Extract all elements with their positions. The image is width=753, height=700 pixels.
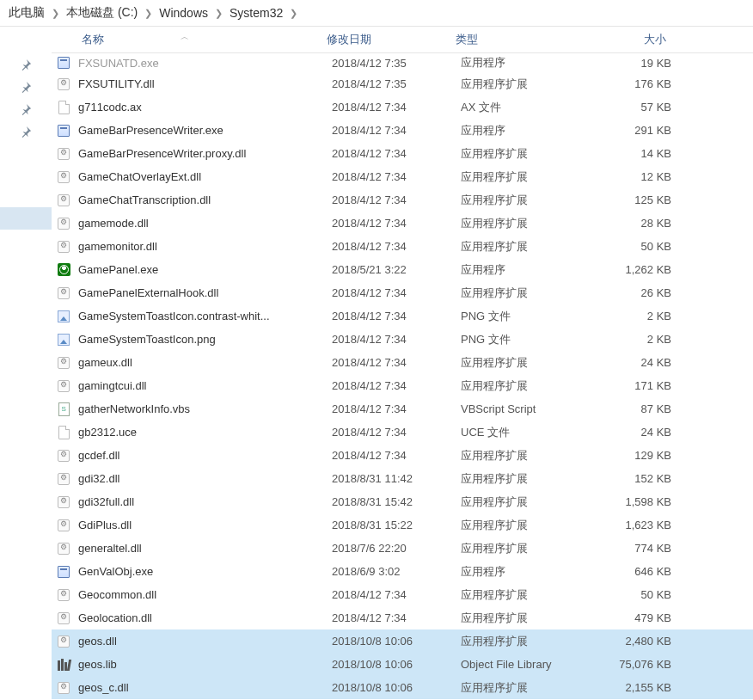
file-type: VBScript Script	[461, 402, 590, 415]
file-row[interactable]: geos.lib2018/10/8 10:06Object File Libra…	[52, 653, 753, 676]
file-row[interactable]: GameBarPresenceWriter.proxy.dll2018/4/12…	[52, 142, 753, 165]
file-row[interactable]: GameChatOverlayExt.dll2018/4/12 7:34应用程序…	[52, 165, 753, 188]
file-row[interactable]: generaltel.dll2018/7/6 22:20应用程序扩展774 KB	[52, 537, 753, 560]
file-row[interactable]: GameSystemToastIcon.contrast-whit...2018…	[52, 304, 753, 328]
file-date: 2018/4/12 7:35	[332, 57, 461, 70]
file-size: 1,262 KB	[590, 263, 693, 276]
file-size: 129 KB	[590, 449, 693, 462]
file-type: PNG 文件	[461, 309, 590, 324]
file-date: 2018/8/31 15:42	[332, 495, 461, 508]
file-row[interactable]: gb2312.uce2018/4/12 7:34UCE 文件24 KB	[52, 421, 753, 444]
breadcrumb-item[interactable]: Windows	[159, 6, 208, 20]
gear-icon	[56, 146, 71, 162]
file-name: GamePanel.exe	[78, 263, 332, 276]
file-type: AX 文件	[461, 100, 590, 115]
gear-icon	[56, 169, 71, 185]
file-date: 2018/7/6 22:20	[332, 542, 461, 555]
file-row[interactable]: gdi32full.dll2018/8/31 15:42应用程序扩展1,598 …	[52, 490, 753, 513]
file-row[interactable]: gamingtcui.dll2018/4/12 7:34应用程序扩展171 KB	[52, 374, 753, 397]
column-header-size[interactable]: 大小	[585, 32, 688, 47]
file-date: 2018/8/31 11:42	[332, 472, 461, 485]
chevron-right-icon: ❯	[290, 8, 297, 19]
file-row[interactable]: Geocommon.dll2018/4/12 7:34应用程序扩展50 KB	[52, 583, 753, 606]
file-type: 应用程序扩展	[461, 587, 590, 603]
breadcrumb[interactable]: 此电脑❯本地磁盘 (C:)❯Windows❯System32❯	[0, 0, 753, 27]
column-header-date[interactable]: 修改日期	[327, 32, 456, 47]
file-date: 2018/4/12 7:34	[332, 124, 461, 137]
file-type: 应用程序扩展	[461, 239, 590, 255]
pin-icon[interactable]	[19, 58, 33, 71]
file-row[interactable]: gatherNetworkInfo.vbs2018/4/12 7:34VBScr…	[52, 397, 753, 421]
file-row[interactable]: gamemode.dll2018/4/12 7:34应用程序扩展28 KB	[52, 212, 753, 235]
file-name: generaltel.dll	[78, 542, 332, 555]
file-name: Geolocation.dll	[78, 611, 332, 624]
exe-icon	[56, 564, 71, 580]
breadcrumb-item[interactable]: 此电脑	[9, 5, 45, 21]
file-type: UCE 文件	[461, 425, 590, 440]
file-size: 1,598 KB	[590, 495, 693, 508]
nav-selection[interactable]	[0, 207, 52, 230]
file-date: 2018/4/12 7:34	[332, 379, 461, 392]
breadcrumb-item[interactable]: System32	[230, 6, 283, 20]
file-row[interactable]: GamePanel.exe2018/5/21 3:22应用程序1,262 KB	[52, 258, 753, 281]
png-icon	[56, 332, 71, 347]
file-type: 应用程序扩展	[461, 680, 590, 696]
file-row[interactable]: Geolocation.dll2018/4/12 7:34应用程序扩展479 K…	[52, 606, 753, 629]
file-list-panel: 名称 ︿ 修改日期 类型 大小 FXSUNATD.exe 2018/4/12 7…	[52, 27, 753, 699]
file-row[interactable]: GamePanelExternalHook.dll2018/4/12 7:34应…	[52, 281, 753, 304]
file-type: 应用程序扩展	[461, 216, 590, 231]
file-size: 774 KB	[590, 542, 693, 555]
file-row[interactable]: g711codc.ax2018/4/12 7:34AX 文件57 KB	[52, 95, 753, 119]
gear-icon	[56, 77, 71, 92]
gear-icon	[56, 634, 71, 649]
file-row[interactable]: GenValObj.exe2018/6/9 3:02应用程序646 KB	[52, 560, 753, 583]
file-row[interactable]: GameBarPresenceWriter.exe2018/4/12 7:34应…	[52, 119, 753, 142]
file-row[interactable]: GdiPlus.dll2018/8/31 15:22应用程序扩展1,623 KB	[52, 513, 753, 537]
column-name-label: 名称	[82, 33, 104, 46]
file-row[interactable]: gamemonitor.dll2018/4/12 7:34应用程序扩展50 KB	[52, 235, 753, 258]
file-type: 应用程序	[461, 55, 590, 71]
column-header-name[interactable]: 名称 ︿	[52, 32, 327, 47]
column-header-type[interactable]: 类型	[456, 32, 585, 47]
file-name: FXSUTILITY.dll	[78, 77, 332, 90]
file-type: 应用程序扩展	[461, 494, 590, 510]
pin-icon[interactable]	[19, 102, 33, 116]
file-row[interactable]: FXSUNATD.exe 2018/4/12 7:35 应用程序 19 KB	[52, 53, 753, 72]
file-size: 50 KB	[590, 588, 693, 601]
file-name: gcdef.dll	[78, 449, 332, 462]
file-row[interactable]: FXSUTILITY.dll2018/4/12 7:35应用程序扩展176 KB	[52, 72, 753, 95]
file-name: gatherNetworkInfo.vbs	[78, 402, 332, 415]
file-name: g711codc.ax	[78, 101, 332, 114]
file-row[interactable]: GameChatTranscription.dll2018/4/12 7:34应…	[52, 188, 753, 212]
file-name: gamemode.dll	[78, 217, 332, 230]
file-name: GameBarPresenceWriter.exe	[78, 124, 332, 137]
file-date: 2018/4/12 7:34	[332, 101, 461, 114]
file-row[interactable]: GameSystemToastIcon.png2018/4/12 7:34PNG…	[52, 328, 753, 351]
file-name: GameChatOverlayExt.dll	[78, 170, 332, 183]
file-name: gdi32full.dll	[78, 495, 332, 508]
pin-icon[interactable]	[19, 125, 33, 138]
file-row[interactable]: gameux.dll2018/4/12 7:34应用程序扩展24 KB	[52, 351, 753, 374]
breadcrumb-item[interactable]: 本地磁盘 (C:)	[66, 5, 138, 21]
file-row[interactable]: gcdef.dll2018/4/12 7:34应用程序扩展129 KB	[52, 444, 753, 467]
file-name: GamePanelExternalHook.dll	[78, 286, 332, 299]
file-date: 2018/4/12 7:34	[332, 449, 461, 462]
gear-icon	[56, 448, 71, 464]
file-date: 2018/5/21 3:22	[332, 263, 461, 276]
file-type: 应用程序扩展	[461, 146, 590, 162]
file-type: 应用程序	[461, 564, 590, 580]
file-date: 2018/8/31 15:22	[332, 519, 461, 531]
file-row[interactable]: gdi32.dll2018/8/31 11:42应用程序扩展152 KB	[52, 467, 753, 490]
file-row[interactable]: geos.dll2018/10/8 10:06应用程序扩展2,480 KB	[52, 629, 753, 653]
file-name: GameBarPresenceWriter.proxy.dll	[78, 147, 332, 160]
file-type: Object File Library	[461, 658, 590, 671]
file-size: 75,076 KB	[590, 658, 693, 671]
pin-icon[interactable]	[19, 80, 33, 94]
exe-icon	[56, 55, 71, 71]
file-size: 2 KB	[590, 333, 693, 346]
file-type: 应用程序扩展	[461, 193, 590, 208]
file-name: GdiPlus.dll	[78, 519, 332, 531]
file-row[interactable]: geos_c.dll2018/10/8 10:06应用程序扩展2,155 KB	[52, 676, 753, 699]
file-date: 2018/4/12 7:34	[332, 193, 461, 206]
exe-icon	[56, 123, 71, 138]
